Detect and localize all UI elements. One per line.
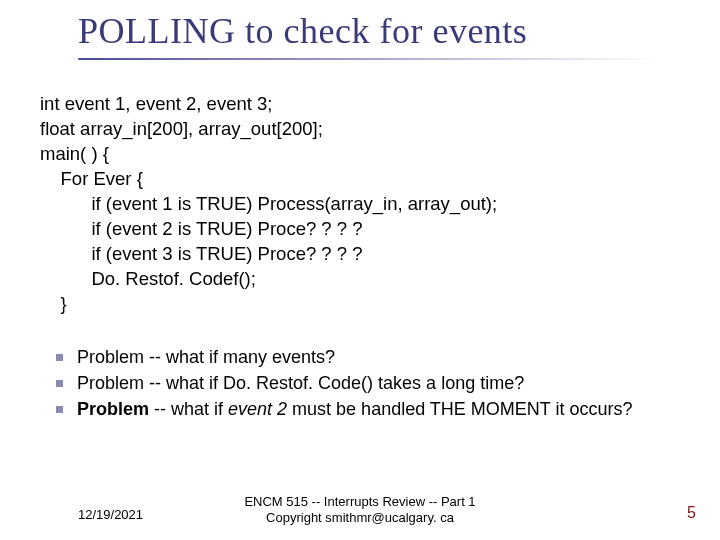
code-line: float array_in[200], array_out[200];	[40, 118, 323, 139]
footer-line1: ENCM 515 -- Interrupts Review -- Part 1	[0, 494, 720, 510]
bullet-item: Problem -- what if event 2 must be handl…	[40, 397, 680, 421]
bullet-icon	[56, 354, 63, 361]
bullet-bold: Problem	[77, 399, 149, 419]
bullet-text: Problem -- what if event 2 must be handl…	[77, 397, 680, 421]
footer-line2: Copyright smithmr@ucalgary. ca	[0, 510, 720, 526]
code-line: if (event 1 is TRUE) Process(array_in, a…	[40, 193, 497, 214]
code-line: For Ever {	[40, 168, 143, 189]
code-block: int event 1, event 2, event 3; float arr…	[40, 92, 680, 317]
title-area: POLLING to check for events	[78, 10, 690, 60]
bullet-item: Problem -- what if many events?	[40, 345, 680, 369]
bullet-text: Problem -- what if Do. Restof. Code() ta…	[77, 371, 680, 395]
slide-title: POLLING to check for events	[78, 10, 690, 52]
bullet-mid: -- what if	[149, 399, 228, 419]
code-line: main( ) {	[40, 143, 109, 164]
footer-center: ENCM 515 -- Interrupts Review -- Part 1 …	[0, 494, 720, 527]
bullet-text: Problem -- what if many events?	[77, 345, 680, 369]
bullet-post: must be handled THE MOMENT it occurs?	[287, 399, 632, 419]
bullet-item: Problem -- what if Do. Restof. Code() ta…	[40, 371, 680, 395]
code-line: }	[40, 293, 67, 314]
bullet-icon	[56, 406, 63, 413]
page-number: 5	[687, 504, 696, 522]
bullet-icon	[56, 380, 63, 387]
title-underline	[78, 58, 658, 60]
footer: 12/19/2021 ENCM 515 -- Interrupts Review…	[0, 486, 720, 526]
bullet-list: Problem -- what if many events? Problem …	[40, 345, 680, 422]
slide-body: int event 1, event 2, event 3; float arr…	[40, 92, 680, 424]
code-line: Do. Restof. Codef();	[40, 268, 256, 289]
slide: POLLING to check for events int event 1,…	[0, 0, 720, 540]
code-line: if (event 3 is TRUE) Proce? ? ? ?	[40, 243, 363, 264]
code-line: if (event 2 is TRUE) Proce? ? ? ?	[40, 218, 363, 239]
bullet-ital: event 2	[228, 399, 287, 419]
code-line: int event 1, event 2, event 3;	[40, 93, 272, 114]
